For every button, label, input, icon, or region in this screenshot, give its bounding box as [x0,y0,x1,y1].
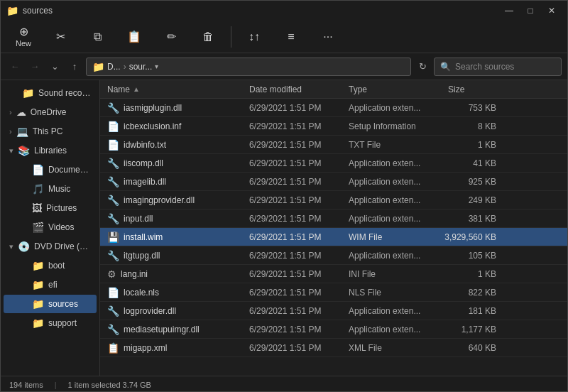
file-name-cell: ⚙lang.ini [103,268,245,280]
file-type-cell: TXT File [344,140,444,150]
file-type-icon: 🔧 [107,176,119,187]
file-date-cell: 6/29/2021 1:51 PM [245,269,344,279]
sidebar-item-sources[interactable]: 📁sources [4,295,97,313]
refresh-button[interactable]: ↻ [414,58,431,75]
file-type-icon: 📄 [107,121,119,132]
column-size-label: Size [448,85,464,94]
sidebar-item-pictures[interactable]: 🖼Pictures [4,199,97,217]
file-type-icon: 🔧 [107,195,119,206]
file-type-icon: 💾 [107,232,119,243]
sidebar-item-dvd-drive[interactable]: ▾💿DVD Drive (G:) W [4,237,97,256]
file-size-cell: 753 KB [444,103,501,113]
table-row[interactable]: 🔧iasmigplugin.dll6/29/2021 1:51 PMApplic… [100,99,567,117]
sort-button[interactable]: ↕↑ [237,23,271,51]
back-button[interactable]: ← [6,58,23,75]
sidebar-label-this-pc: This PC [33,126,91,136]
file-name: input.dll [124,214,153,224]
file-type-icon: 🔧 [107,213,119,224]
paste-button[interactable]: 📋 [117,23,151,51]
file-type-icon: 📄 [107,287,119,298]
sidebar-item-documents[interactable]: 📄Documents [4,160,97,179]
toolbar-separator-1 [231,26,231,48]
maximize-button[interactable]: □ [520,4,540,18]
sidebar-icon-music: 🎵 [32,183,44,195]
file-date-cell: 6/29/2021 1:51 PM [245,195,344,205]
file-name-cell: 📄idwbinfo.txt [103,139,245,151]
up-button[interactable]: ↑ [66,58,83,75]
minimize-button[interactable]: — [499,4,519,18]
table-row[interactable]: ⚙lang.ini6/29/2021 1:51 PMINI File1 KB [100,265,567,283]
file-type-cell: INI File [344,269,444,279]
sidebar-icon-dvd-drive: 💿 [18,241,30,252]
table-row[interactable]: 🔧imagingprovider.dll6/29/2021 1:51 PMApp… [100,191,567,209]
file-type-cell: Setup Information [344,121,444,131]
sidebar-item-libraries[interactable]: ▾📚Libraries [4,141,97,160]
main-content: 📁Sound recordin...›☁OneDrive›💻This PC▾📚L… [1,80,567,376]
column-header-name[interactable]: Name ▲ [103,80,245,98]
view-icon: ≡ [288,31,294,43]
file-type-icon: ⚙ [107,268,116,280]
table-row[interactable]: 🔧iiscomp.dll6/29/2021 1:51 PMApplication… [100,154,567,173]
folder-icon: 📁 [6,5,18,16]
cut-button[interactable]: ✂ [43,23,77,51]
search-box[interactable]: 🔍 Search sources [434,58,562,76]
sidebar-item-videos[interactable]: 🎬Videos [4,218,97,236]
file-size-cell: 640 KB [444,343,501,353]
sidebar-item-music[interactable]: 🎵Music [4,180,97,198]
table-row[interactable]: 📋migapp.xml6/29/2021 1:51 PMXML File640 … [100,339,567,357]
forward-button[interactable]: → [26,58,43,75]
delete-button[interactable]: 🗑 [191,23,225,51]
file-date-cell: 6/29/2021 1:51 PM [245,232,344,242]
more-button[interactable]: ··· [311,23,345,51]
file-name-cell: 📋migapp.xml [103,342,245,354]
table-row[interactable]: 🔧imagelib.dll6/29/2021 1:51 PMApplicatio… [100,173,567,191]
copy-button[interactable]: ⧉ [80,23,114,51]
file-name-cell: 🔧input.dll [103,213,245,224]
expand-history-button[interactable]: ⌄ [46,58,63,75]
column-header-date[interactable]: Date modified [245,80,344,98]
table-row[interactable]: 💾install.wim6/29/2021 1:51 PMWIM File3,9… [100,228,567,246]
column-header-type[interactable]: Type [344,80,444,98]
sidebar-item-efi[interactable]: 📁efi [4,276,97,294]
sidebar-item-sound-recording[interactable]: 📁Sound recordin... [4,84,97,102]
title-bar-controls: — □ ✕ [499,4,562,18]
sidebar-item-boot[interactable]: 📁boot [4,256,97,275]
sidebar-icon-sources: 📁 [32,298,44,310]
table-row[interactable]: 🔧mediasetupuimgr.dll6/29/2021 1:51 PMApp… [100,320,567,339]
file-size-cell: 1,177 KB [444,325,501,334]
sidebar-item-support[interactable]: 📁support [4,314,97,332]
file-name: icbexclusion.inf [124,121,181,131]
file-size-cell: 105 KB [444,251,501,261]
path-part-1: D... [107,62,121,72]
table-row[interactable]: 📄icbexclusion.inf6/29/2021 1:51 PMSetup … [100,117,567,136]
address-bar: ← → ⌄ ↑ 📁 D... › sour... ▾ ↻ 🔍 Search so… [1,53,567,80]
path-separator-1: › [124,62,126,72]
file-type-icon: 🔧 [107,324,119,335]
new-button[interactable]: ⊕ New [6,23,40,51]
sidebar-icon-videos: 🎬 [32,222,44,233]
file-date-cell: 6/29/2021 1:51 PM [245,251,344,261]
file-size-cell: 925 KB [444,177,501,187]
table-row[interactable]: 🔧logprovider.dll6/29/2021 1:51 PMApplica… [100,302,567,320]
table-row[interactable]: 📄idwbinfo.txt6/29/2021 1:51 PMTXT File1 … [100,136,567,154]
sidebar-label-videos: Videos [48,222,91,232]
sidebar-item-onedrive[interactable]: ›☁OneDrive [4,103,97,121]
table-row[interactable]: 🔧itgtupg.dll6/29/2021 1:51 PMApplication… [100,246,567,265]
file-size-cell: 8 KB [444,121,501,131]
table-row[interactable]: 📄locale.nls6/29/2021 1:51 PMNLS File822 … [100,283,567,302]
file-date-cell: 6/29/2021 1:51 PM [245,121,344,131]
file-type-icon: 🔧 [107,102,119,114]
file-size-cell: 41 KB [444,158,501,168]
view-button[interactable]: ≡ [274,23,308,51]
file-name: iasmigplugin.dll [124,103,182,113]
column-header-size[interactable]: Size [444,80,501,98]
file-name: imagelib.dll [124,177,166,187]
file-type-cell: Application exten... [344,158,444,168]
sidebar-item-this-pc[interactable]: ›💻This PC [4,122,97,141]
file-name-cell: 📄locale.nls [103,287,245,298]
rename-button[interactable]: ✏ [154,23,188,51]
address-path[interactable]: 📁 D... › sour... ▾ [86,58,411,76]
table-row[interactable]: 🔧input.dll6/29/2021 1:51 PMApplication e… [100,209,567,228]
file-type-cell: Application exten... [344,214,444,224]
close-button[interactable]: ✕ [542,4,562,18]
